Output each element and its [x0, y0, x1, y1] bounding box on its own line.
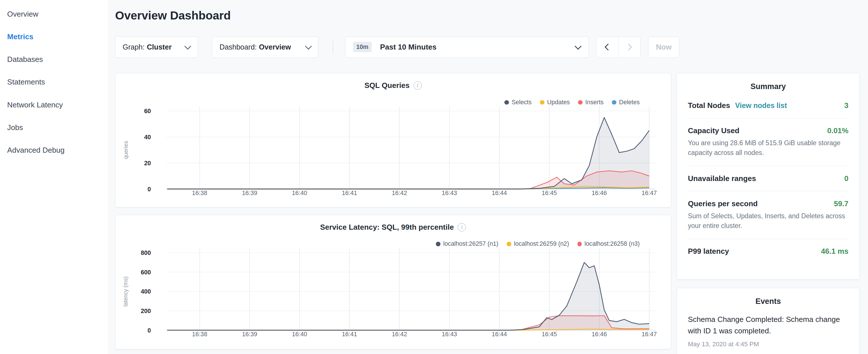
legend-dot-icon	[504, 100, 509, 104]
dashboard-dropdown[interactable]: Dashboard: Overview	[212, 37, 318, 58]
time-range-badge: 10m	[353, 42, 372, 53]
svg-text:800: 800	[141, 250, 151, 256]
legend-dot-icon	[540, 100, 544, 104]
chart-legend: localhost:26257 (n1)localhost:26259 (n2)…	[436, 240, 640, 248]
summary-label: Unavailable ranges	[688, 174, 756, 183]
sidebar-item-metrics[interactable]: Metrics	[0, 26, 108, 48]
svg-text:latency (ms): latency (ms)	[123, 277, 129, 307]
legend-item[interactable]: Deletes	[612, 99, 640, 106]
svg-text:16:40: 16:40	[292, 331, 307, 338]
legend-item[interactable]: Inserts	[578, 99, 603, 106]
sql-queries-chart: 020406016:3816:3916:4016:4116:4216:4316:…	[116, 73, 670, 207]
svg-text:200: 200	[141, 308, 151, 315]
svg-text:600: 600	[141, 269, 151, 276]
chart-legend: SelectsUpdatesInsertsDeletes	[504, 99, 640, 106]
charts-column: 020406016:3816:3916:4016:4116:4216:4316:…	[115, 73, 671, 349]
legend-dot-icon	[578, 242, 582, 246]
legend-item[interactable]: Updates	[540, 99, 570, 106]
right-sidebar: Summary Total Nodes View nodes list 3 Ca…	[677, 73, 860, 354]
svg-text:0: 0	[148, 186, 151, 193]
legend-label: Inserts	[585, 99, 603, 106]
toolbar-divider	[333, 40, 333, 54]
summary-row-capacity-used: Capacity Used 0.01% You are using 28.6 M…	[688, 119, 848, 166]
metrics-toolbar: Graph: Cluster Dashboard: Overview 10m P…	[115, 37, 679, 58]
summary-value: 0	[844, 174, 848, 183]
time-step-button-group	[596, 37, 641, 58]
summary-row-total-nodes: Total Nodes View nodes list 3	[688, 93, 848, 119]
summary-value: 59.7	[834, 199, 848, 208]
legend-dot-icon	[507, 242, 511, 246]
svg-text:40: 40	[144, 134, 151, 141]
events-title: Events	[688, 297, 848, 306]
svg-text:16:43: 16:43	[442, 190, 457, 196]
svg-text:16:44: 16:44	[492, 331, 507, 338]
chevron-left-icon	[605, 44, 612, 51]
summary-value: 3	[844, 101, 848, 110]
chart-panel-sql-queries: 020406016:3816:3916:4016:4116:4216:4316:…	[115, 73, 671, 207]
page-title: Overview Dashboard	[115, 9, 231, 22]
summary-description: You are using 28.6 MiB of 515.9 GiB usab…	[688, 138, 848, 158]
svg-text:16:39: 16:39	[242, 190, 257, 196]
sidebar-item-overview[interactable]: Overview	[0, 3, 108, 26]
graph-dropdown-value: Cluster	[147, 43, 172, 51]
time-forward-button[interactable]	[618, 37, 641, 58]
chart-panel-service-latency: 020040060080016:3816:3916:4016:4116:4216…	[115, 215, 671, 349]
summary-label: Queries per second	[688, 199, 758, 208]
now-button[interactable]: Now	[648, 37, 679, 58]
svg-text:16:44: 16:44	[492, 190, 507, 196]
legend-item[interactable]: localhost:26258 (n3)	[578, 240, 640, 248]
db-console: Overview Metrics Databases Statements Ne…	[0, 0, 868, 354]
svg-text:16:42: 16:42	[392, 190, 407, 196]
chevron-down-icon	[185, 43, 191, 50]
svg-text:queries: queries	[123, 141, 129, 159]
legend-item[interactable]: localhost:26257 (n1)	[436, 240, 498, 248]
service-latency-chart: 020040060080016:3816:3916:4016:4116:4216…	[116, 215, 670, 349]
chevron-down-icon	[575, 43, 582, 50]
legend-label: localhost:26258 (n3)	[585, 240, 640, 248]
time-back-button[interactable]	[596, 37, 618, 58]
summary-label: Total Nodes	[688, 101, 730, 110]
legend-label: Updates	[547, 99, 570, 106]
svg-text:16:45: 16:45	[541, 190, 557, 196]
sidebar-item-network-latency[interactable]: Network Latency	[0, 93, 108, 116]
legend-item[interactable]: Selects	[504, 99, 532, 106]
svg-text:20: 20	[144, 160, 151, 167]
sidebar-item-databases[interactable]: Databases	[0, 48, 108, 71]
info-icon[interactable]	[458, 223, 466, 231]
sidebar-item-statements[interactable]: Statements	[0, 71, 108, 93]
dashboard-dropdown-prefix: Dashboard:	[219, 43, 257, 51]
svg-text:16:41: 16:41	[342, 190, 357, 196]
svg-text:0: 0	[148, 327, 151, 334]
info-icon[interactable]	[413, 81, 422, 90]
summary-panel: Summary Total Nodes View nodes list 3 Ca…	[677, 73, 860, 280]
svg-text:16:46: 16:46	[591, 331, 607, 338]
svg-text:16:43: 16:43	[442, 331, 457, 338]
graph-scope-dropdown[interactable]: Graph: Cluster	[115, 37, 198, 58]
legend-label: Selects	[512, 99, 532, 106]
summary-value: 0.01%	[827, 126, 848, 135]
svg-text:16:40: 16:40	[292, 190, 307, 196]
chart-title: Service Latency: SQL, 99th percentile	[320, 223, 454, 232]
legend-item[interactable]: localhost:26259 (n2)	[507, 240, 569, 248]
summary-title: Summary	[688, 82, 848, 91]
event-timestamp: May 13, 2020 at 4:45 PM	[688, 341, 848, 348]
legend-label: Deletes	[619, 99, 640, 106]
sidebar-item-advanced-debug[interactable]: Advanced Debug	[0, 139, 108, 162]
legend-dot-icon	[436, 242, 440, 246]
sidebar: Overview Metrics Databases Statements Ne…	[0, 0, 108, 354]
svg-text:16:47: 16:47	[642, 190, 657, 196]
svg-text:16:38: 16:38	[192, 331, 207, 338]
view-nodes-link[interactable]: View nodes list	[735, 101, 787, 110]
event-message[interactable]: Schema Change Completed: Schema change w…	[688, 314, 848, 337]
legend-dot-icon	[578, 100, 582, 104]
summary-row-unavailable-ranges: Unavailable ranges 0	[688, 166, 848, 191]
summary-value: 46.1 ms	[821, 247, 848, 256]
time-range-label: Past 10 Minutes	[380, 43, 436, 52]
sidebar-item-jobs[interactable]: Jobs	[0, 116, 108, 139]
summary-label: P99 latency	[688, 247, 729, 256]
svg-text:400: 400	[141, 288, 151, 295]
time-range-selector[interactable]: 10m Past 10 Minutes	[345, 37, 589, 58]
svg-text:16:45: 16:45	[541, 331, 557, 338]
chevron-right-icon	[625, 44, 632, 51]
summary-row-p99-latency: P99 latency 46.1 ms	[688, 239, 848, 264]
